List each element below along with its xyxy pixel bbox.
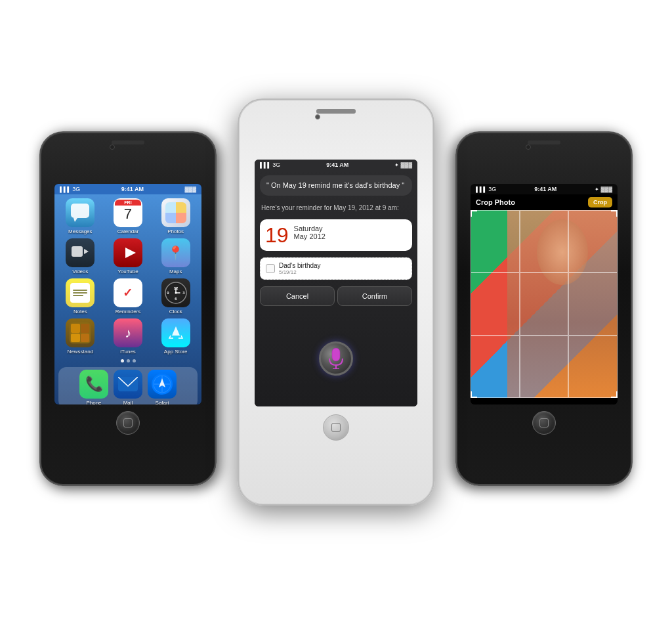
messages-icon — [66, 198, 94, 227]
page-dot-2 — [127, 359, 130, 362]
screen-right: ▌▌▌ 3G 9:41 AM ✦ ▓▓▓ Crop Photo Crop — [471, 184, 618, 404]
dock-safari[interactable]: Safari — [148, 370, 177, 404]
page-dots — [56, 357, 200, 364]
screen-center: ▌▌▌ 3G 9:41 AM ✦ ▓▓▓ " On May 19 remind … — [255, 160, 417, 406]
siri-response-text: Here's your reminder for May 19, 2012 at… — [260, 204, 412, 213]
youtube-icon — [114, 238, 142, 267]
svg-rect-20 — [332, 348, 340, 361]
crop-grid — [471, 210, 618, 398]
app-youtube[interactable]: YouTube — [106, 238, 150, 274]
reminders-icon: ✓ — [114, 278, 142, 307]
app-newsstand[interactable]: Newsstand — [58, 318, 102, 355]
safari-icon — [148, 370, 177, 399]
earpiece-center — [316, 109, 356, 114]
phone-icon: 📞 — [79, 370, 108, 399]
svg-marker-3 — [84, 249, 89, 254]
status-bar-right: ▌▌▌ 3G 9:41 AM ✦ ▓▓▓ — [471, 184, 618, 194]
time-right: 9:41 AM — [534, 186, 556, 192]
reminder-date-short: 5/19/12 — [279, 269, 321, 275]
photos-icon — [161, 198, 190, 227]
status-bar-left: ▌▌▌ 3G 9:41 AM ▓▓▓ — [54, 184, 201, 194]
app-clock[interactable]: 12 3 6 9 Clock — [154, 278, 198, 315]
reminder-title: Dad's birthday — [279, 262, 321, 269]
home-screen: Messages FRI 7 Calendar Photos — [54, 194, 201, 404]
crop-button[interactable]: Crop — [588, 197, 612, 207]
crop-header: Crop Photo Crop — [471, 194, 618, 210]
dock-phone[interactable]: 📞 Phone — [79, 370, 108, 404]
reminder-date-info: Saturday May 2012 — [294, 225, 326, 240]
dock: 📞 Phone Mail — [58, 367, 198, 404]
app-messages[interactable]: Messages — [58, 198, 102, 234]
crop-handle-bl[interactable] — [471, 391, 477, 398]
maps-icon: 📍 — [161, 238, 190, 267]
calendar-icon: FRI 7 — [114, 198, 142, 227]
home-button-inner-right — [539, 418, 549, 427]
crop-title: Crop Photo — [476, 198, 515, 206]
siri-action-buttons: Cancel Confirm — [260, 286, 412, 306]
cancel-button[interactable]: Cancel — [260, 286, 335, 306]
crop-image-area — [471, 210, 618, 398]
app-calendar[interactable]: FRI 7 Calendar — [106, 198, 150, 234]
app-photos[interactable]: Photos — [154, 198, 198, 234]
home-button-right[interactable] — [532, 411, 556, 435]
phone-left: ▌▌▌ 3G 9:41 AM ▓▓▓ Messages — [39, 131, 217, 486]
app-grid: Messages FRI 7 Calendar Photos — [56, 196, 200, 317]
earpiece-left — [112, 141, 144, 144]
home-button-center[interactable] — [323, 414, 349, 441]
battery-right: ✦ ▓▓▓ — [595, 186, 612, 192]
camera-left — [110, 144, 115, 150]
app-notes[interactable]: Notes — [58, 278, 102, 315]
app-itunes[interactable]: ♪ iTunes — [106, 318, 150, 355]
battery-left: ▓▓▓ — [185, 186, 197, 192]
signal-right: ▌▌▌ 3G — [476, 186, 496, 192]
confirm-button[interactable]: Confirm — [337, 286, 412, 306]
signal-left: ▌▌▌ 3G — [60, 186, 80, 192]
mail-icon — [114, 370, 142, 399]
camera-right — [526, 144, 531, 150]
siri-screen: " On May 19 remind me it's dad's birthda… — [255, 170, 417, 406]
time-center: 9:41 AM — [326, 162, 348, 168]
camera-center — [315, 114, 320, 120]
status-bar-center: ▌▌▌ 3G 9:41 AM ✦ ▓▓▓ — [255, 160, 417, 170]
svg-rect-0 — [71, 204, 89, 218]
crop-handle-tl[interactable] — [471, 210, 477, 217]
phones-container: ▌▌▌ 3G 9:41 AM ▓▓▓ Messages — [0, 0, 672, 633]
app-appstore[interactable]: App Store — [154, 318, 198, 355]
home-button-inner-center — [331, 423, 341, 432]
reminder-month: May 2012 — [294, 232, 326, 240]
crop-handle-tr[interactable] — [611, 210, 618, 217]
dock-mail[interactable]: Mail — [114, 370, 142, 404]
time-left: 9:41 AM — [121, 186, 144, 192]
home-button-left[interactable] — [116, 411, 140, 435]
app-videos[interactable]: Videos — [58, 238, 102, 274]
crop-footer: Constrain — [471, 398, 618, 404]
itunes-icon: ♪ — [114, 318, 142, 347]
app-grid-row4: Newsstand ♪ iTunes — [56, 316, 200, 357]
page-dot-3 — [133, 359, 136, 362]
clock-icon: 12 3 6 9 — [161, 278, 190, 307]
newsstand-icon — [66, 318, 94, 347]
signal-center: ▌▌▌ 3G — [260, 162, 280, 168]
reminder-text-block: Dad's birthday 5/19/12 — [279, 262, 321, 275]
crop-photo — [471, 210, 618, 398]
svg-point-13 — [175, 292, 177, 294]
reminder-day: Saturday — [294, 225, 326, 232]
svg-marker-1 — [74, 218, 77, 222]
app-reminders[interactable]: ✓ Reminders — [106, 278, 150, 315]
crop-photo-screen: Crop Photo Crop — [471, 194, 618, 404]
siri-mic-button[interactable] — [319, 341, 353, 376]
videos-icon — [66, 238, 94, 267]
reminder-item: Dad's birthday 5/19/12 — [260, 257, 412, 280]
battery-center: ✦ ▓▓▓ — [394, 162, 412, 168]
notes-icon — [66, 278, 94, 307]
appstore-icon — [161, 318, 190, 347]
reminder-card: 19 Saturday May 2012 — [260, 219, 412, 251]
home-button-inner-left — [123, 418, 133, 427]
crop-handle-br[interactable] — [611, 391, 618, 398]
reminder-checkbox — [266, 264, 275, 273]
svg-rect-2 — [72, 246, 83, 257]
app-maps[interactable]: 📍 Maps — [154, 238, 198, 274]
screen-left: ▌▌▌ 3G 9:41 AM ▓▓▓ Messages — [54, 184, 201, 404]
phone-right: ▌▌▌ 3G 9:41 AM ✦ ▓▓▓ Crop Photo Crop — [455, 131, 633, 486]
siri-mic-area — [255, 310, 417, 406]
